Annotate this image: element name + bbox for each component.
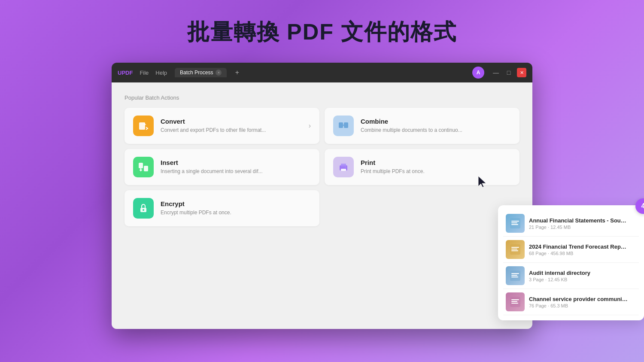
avatar[interactable]: A — [472, 67, 484, 79]
convert-text: Convert Convert and export PDFs to other… — [161, 118, 302, 134]
svg-rect-21 — [511, 275, 517, 276]
print-desc: Print multiple PDFs at once. — [361, 168, 511, 175]
new-tab-button[interactable]: + — [232, 67, 242, 78]
list-item: Channel service provider communic... 76 … — [503, 289, 639, 315]
svg-rect-4 — [144, 166, 148, 171]
svg-rect-2 — [344, 122, 348, 128]
file-menu[interactable]: File — [140, 70, 149, 76]
cards-grid: Convert Convert and export PDFs to other… — [125, 108, 519, 226]
file-info: Annual Financial Statements - South... 2… — [529, 217, 636, 230]
svg-rect-7 — [341, 169, 346, 171]
file-meta: 3 Page · 12.45 KB — [529, 277, 636, 282]
file-meta: 68 Page · 456.98 MB — [529, 251, 636, 256]
encrypt-icon — [133, 198, 154, 219]
floating-file-list: 4 Annual Financial Statements - South...… — [498, 205, 644, 320]
convert-title: Convert — [161, 118, 302, 125]
file-thumbnail — [506, 214, 525, 233]
print-title: Print — [361, 159, 511, 166]
print-text: Print Print multiple PDFs at once. — [361, 159, 511, 175]
encrypt-text: Encrypt Encrypt multiple PDFs at once. — [161, 200, 311, 216]
combine-desc: Combine multiple documents to a continuo… — [361, 127, 511, 134]
title-bar-nav: File Help — [140, 70, 167, 76]
insert-title: Insert — [161, 159, 311, 166]
cursor — [477, 175, 489, 191]
tab-label: Batch Process — [180, 70, 213, 76]
svg-rect-24 — [511, 299, 519, 300]
file-thumbnail — [506, 266, 525, 285]
combine-title: Combine — [361, 118, 511, 125]
encrypt-title: Encrypt — [161, 200, 311, 207]
close-button[interactable]: ✕ — [517, 68, 526, 77]
convert-card[interactable]: Convert Convert and export PDFs to other… — [125, 108, 319, 144]
list-item: Annual Financial Statements - South... 2… — [503, 210, 639, 237]
insert-text: Insert Inserting a single document into … — [161, 159, 311, 175]
combine-card[interactable]: Combine Combine multiple documents to a … — [325, 108, 519, 144]
svg-rect-26 — [511, 303, 518, 304]
svg-rect-25 — [511, 301, 517, 302]
help-menu[interactable]: Help — [155, 70, 167, 76]
file-meta: 21 Page · 12.45 MB — [529, 225, 636, 230]
app-content: Popular Batch Actions Convert Convert an… — [112, 82, 532, 329]
convert-icon — [133, 116, 154, 136]
svg-point-8 — [345, 167, 346, 168]
file-name: Audit internal directory — [529, 270, 628, 276]
svg-rect-3 — [139, 163, 143, 168]
svg-rect-6 — [341, 164, 346, 167]
updf-logo: UPDF — [118, 70, 133, 76]
svg-rect-14 — [511, 224, 518, 225]
file-name: Channel service provider communic... — [529, 296, 628, 302]
svg-point-10 — [143, 209, 144, 211]
svg-rect-12 — [511, 221, 519, 222]
file-thumbnail — [506, 240, 525, 259]
file-name: Annual Financial Statements - South... — [529, 217, 628, 224]
svg-rect-1 — [339, 122, 343, 128]
print-card[interactable]: Print Print multiple PDFs at once. — [325, 149, 519, 185]
maximize-button[interactable]: □ — [504, 68, 513, 77]
page-title: 批量轉換 PDF 文件的格式 — [187, 17, 457, 47]
convert-desc: Convert and export PDFs to other file fo… — [161, 127, 302, 134]
combine-text: Combine Combine multiple documents to a … — [361, 118, 511, 134]
active-tab[interactable]: Batch Process × — [175, 68, 227, 77]
section-label: Popular Batch Actions — [125, 94, 519, 101]
combine-icon — [333, 116, 354, 136]
tab-close-button[interactable]: × — [216, 70, 222, 76]
window-controls: — □ ✕ — [491, 68, 526, 77]
svg-rect-13 — [511, 222, 517, 223]
print-icon — [333, 157, 354, 177]
encrypt-desc: Encrypt multiple PDFs at once. — [161, 209, 311, 216]
svg-rect-22 — [511, 277, 518, 277]
file-info: 2024 Financial Trend Forecast Report 68 … — [529, 243, 636, 256]
svg-rect-18 — [511, 250, 518, 251]
file-thumbnail — [506, 292, 525, 311]
encrypt-card[interactable]: Encrypt Encrypt multiple PDFs at once. — [125, 190, 319, 226]
title-bar: UPDF File Help Batch Process × + A — □ ✕ — [112, 63, 532, 82]
insert-icon — [133, 157, 154, 177]
convert-arrow-icon: › — [309, 122, 311, 130]
file-meta: 76 Page · 65.3 MB — [529, 303, 636, 308]
svg-rect-20 — [511, 273, 519, 274]
svg-marker-27 — [478, 176, 486, 187]
list-item: Audit internal directory 3 Page · 12.45 … — [503, 263, 639, 289]
list-item: 2024 Financial Trend Forecast Report 68 … — [503, 237, 639, 263]
file-info: Channel service provider communic... 76 … — [529, 296, 636, 308]
file-name: 2024 Financial Trend Forecast Report — [529, 243, 628, 250]
svg-rect-16 — [511, 247, 519, 248]
insert-card[interactable]: Insert Inserting a single document into … — [125, 149, 319, 185]
file-info: Audit internal directory 3 Page · 12.45 … — [529, 270, 636, 282]
svg-rect-17 — [511, 249, 517, 249]
app-window: UPDF File Help Batch Process × + A — □ ✕… — [112, 63, 532, 329]
insert-desc: Inserting a single document into several… — [161, 168, 311, 175]
minimize-button[interactable]: — — [491, 68, 501, 77]
